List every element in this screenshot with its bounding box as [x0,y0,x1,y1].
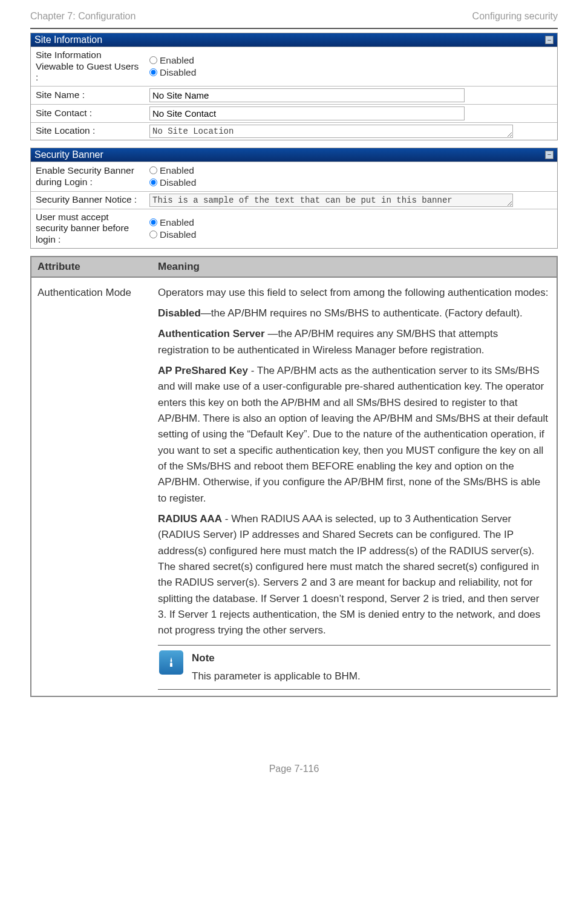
site-viewable-radio-group: Enabled Disabled [149,54,196,79]
site-information-panel: Site Information − Site Information View… [30,33,558,140]
enable-banner-radio-group: Enabled Disabled [149,164,196,189]
site-contact-label: Site Contact : [31,105,146,122]
banner-notice-label: Security Banner Notice : [31,192,146,209]
site-name-input[interactable] [149,88,465,102]
site-location-label: Site Location : [31,123,146,140]
svg-point-0 [171,660,172,662]
attr-meaning: Operators may use this field to select f… [152,277,557,697]
accept-banner-label: User must accept security banner before … [31,209,146,248]
col-meaning: Meaning [152,257,557,277]
site-viewable-label: Site Information Viewable to Guest Users… [31,47,146,86]
header-rule [30,28,558,29]
accept-banner-disabled-radio[interactable] [149,231,157,238]
header-right: Configuring security [472,11,558,22]
enable-banner-label: Enable Security Banner during Login : [31,162,146,191]
site-contact-input[interactable] [149,106,465,120]
table-row: Authentication Mode Operators may use th… [31,277,557,697]
enable-banner-enabled-radio[interactable] [149,166,157,174]
page-footer: Page 7-116 [30,764,558,774]
site-viewable-disabled-radio[interactable] [149,68,157,76]
security-banner-title-bar: Security Banner − [31,148,557,162]
security-banner-panel: Security Banner − Enable Security Banner… [30,148,558,249]
note-title: Note [192,650,549,666]
meaning-intro: Operators may use this field to select f… [158,285,550,301]
collapse-icon[interactable]: − [545,36,554,44]
collapse-icon[interactable]: − [545,151,554,159]
site-location-input[interactable] [149,125,513,138]
site-info-title: Site Information [34,34,102,45]
security-banner-title: Security Banner [34,149,103,160]
accept-banner-radio-group: Enabled Disabled [149,216,196,241]
note-icon [159,650,183,675]
site-name-label: Site Name : [31,87,146,104]
note-body: This parameter is applicable to BHM. [192,669,549,684]
page-header: Chapter 7: Configuration Configuring sec… [30,11,558,22]
site-viewable-enabled-radio[interactable] [149,56,157,64]
attribute-table: Attribute Meaning Authentication Mode Op… [30,256,558,698]
enable-banner-disabled-radio[interactable] [149,178,157,186]
banner-notice-input[interactable] [149,194,513,207]
note-box: Note This parameter is applicable to BHM… [158,645,550,690]
accept-banner-enabled-radio[interactable] [149,218,157,226]
attr-name: Authentication Mode [31,277,152,697]
site-info-title-bar: Site Information − [31,33,557,47]
header-left: Chapter 7: Configuration [30,11,136,22]
col-attribute: Attribute [31,257,152,277]
